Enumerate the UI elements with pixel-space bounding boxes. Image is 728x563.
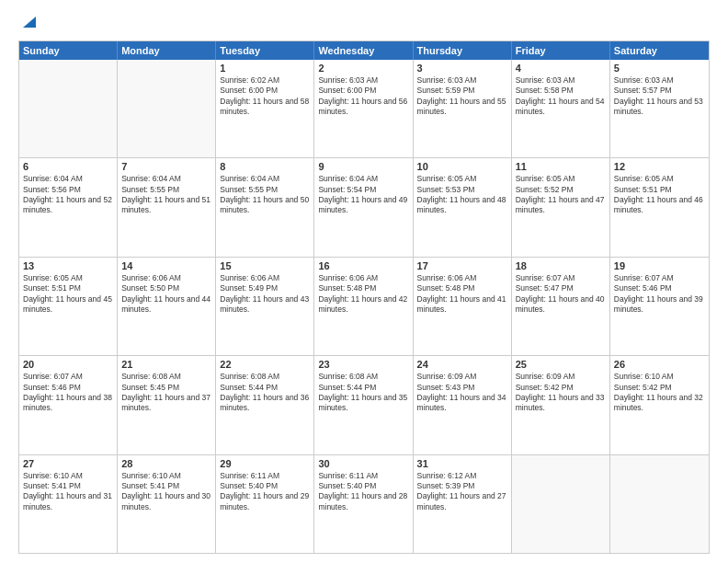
day-number: 17 (417, 260, 507, 271)
page-header (18, 15, 710, 33)
calendar-cell: 4Sunrise: 6:03 AM Sunset: 5:58 PM Daylig… (512, 60, 610, 157)
calendar-row: 13Sunrise: 6:05 AM Sunset: 5:51 PM Dayli… (19, 258, 709, 356)
day-number: 5 (614, 63, 705, 74)
calendar-cell: 21Sunrise: 6:08 AM Sunset: 5:45 PM Dayli… (118, 356, 216, 454)
calendar-body: 1Sunrise: 6:02 AM Sunset: 6:00 PM Daylig… (19, 60, 709, 553)
calendar-cell: 14Sunrise: 6:06 AM Sunset: 5:50 PM Dayli… (118, 258, 216, 355)
calendar-cell: 5Sunrise: 6:03 AM Sunset: 5:57 PM Daylig… (610, 60, 709, 157)
weekday-header: Wednesday (314, 41, 413, 60)
cell-info: Sunrise: 6:05 AM Sunset: 5:51 PM Dayligh… (23, 273, 113, 316)
day-number: 16 (318, 260, 408, 271)
day-number: 26 (614, 359, 705, 370)
day-number: 10 (417, 161, 507, 172)
logo (18, 15, 38, 33)
cell-info: Sunrise: 6:07 AM Sunset: 5:46 PM Dayligh… (23, 372, 113, 414)
calendar-cell: 23Sunrise: 6:08 AM Sunset: 5:44 PM Dayli… (314, 356, 413, 454)
calendar: SundayMondayTuesdayWednesdayThursdayFrid… (18, 40, 710, 554)
cell-info: Sunrise: 6:05 AM Sunset: 5:51 PM Dayligh… (614, 174, 705, 216)
calendar-cell: 18Sunrise: 6:07 AM Sunset: 5:47 PM Dayli… (512, 258, 610, 355)
cell-info: Sunrise: 6:04 AM Sunset: 5:56 PM Dayligh… (23, 174, 113, 216)
calendar-cell: 1Sunrise: 6:02 AM Sunset: 6:00 PM Daylig… (216, 60, 314, 157)
calendar-cell: 10Sunrise: 6:05 AM Sunset: 5:53 PM Dayli… (414, 158, 512, 256)
calendar-cell: 25Sunrise: 6:09 AM Sunset: 5:42 PM Dayli… (512, 356, 610, 454)
calendar-cell: 31Sunrise: 6:12 AM Sunset: 5:39 PM Dayli… (414, 455, 512, 553)
cell-info: Sunrise: 6:03 AM Sunset: 5:59 PM Dayligh… (417, 75, 507, 118)
cell-info: Sunrise: 6:06 AM Sunset: 5:48 PM Dayligh… (318, 273, 408, 316)
calendar-cell: 6Sunrise: 6:04 AM Sunset: 5:56 PM Daylig… (19, 158, 118, 256)
calendar-header: SundayMondayTuesdayWednesdayThursdayFrid… (19, 41, 709, 60)
day-number: 31 (417, 458, 507, 469)
cell-info: Sunrise: 6:09 AM Sunset: 5:42 PM Dayligh… (516, 372, 606, 414)
cell-info: Sunrise: 6:08 AM Sunset: 5:44 PM Dayligh… (220, 372, 310, 414)
day-number: 24 (417, 359, 507, 370)
calendar-cell: 26Sunrise: 6:10 AM Sunset: 5:42 PM Dayli… (610, 356, 709, 454)
cell-info: Sunrise: 6:08 AM Sunset: 5:45 PM Dayligh… (121, 372, 211, 414)
day-number: 3 (417, 63, 507, 74)
calendar-cell: 30Sunrise: 6:11 AM Sunset: 5:40 PM Dayli… (314, 455, 413, 553)
day-number: 13 (23, 260, 113, 271)
calendar-cell: 12Sunrise: 6:05 AM Sunset: 5:51 PM Dayli… (610, 158, 709, 256)
day-number: 8 (220, 161, 310, 172)
weekday-header: Friday (512, 41, 610, 60)
calendar-cell: 17Sunrise: 6:06 AM Sunset: 5:48 PM Dayli… (414, 258, 512, 355)
calendar-cell (512, 455, 610, 553)
calendar-row: 27Sunrise: 6:10 AM Sunset: 5:41 PM Dayli… (19, 455, 709, 553)
logo-triangle-icon (21, 13, 38, 29)
day-number: 12 (614, 161, 705, 172)
weekday-header: Sunday (19, 41, 118, 60)
day-number: 28 (121, 458, 211, 469)
cell-info: Sunrise: 6:05 AM Sunset: 5:53 PM Dayligh… (417, 174, 507, 216)
calendar-cell: 11Sunrise: 6:05 AM Sunset: 5:52 PM Dayli… (512, 158, 610, 256)
cell-info: Sunrise: 6:03 AM Sunset: 5:57 PM Dayligh… (614, 75, 705, 118)
cell-info: Sunrise: 6:04 AM Sunset: 5:54 PM Dayligh… (318, 174, 408, 216)
day-number: 14 (121, 260, 211, 271)
day-number: 25 (516, 359, 606, 370)
calendar-cell: 29Sunrise: 6:11 AM Sunset: 5:40 PM Dayli… (216, 455, 314, 553)
calendar-cell: 24Sunrise: 6:09 AM Sunset: 5:43 PM Dayli… (414, 356, 512, 454)
calendar-cell: 8Sunrise: 6:04 AM Sunset: 5:55 PM Daylig… (216, 158, 314, 256)
weekday-header: Saturday (610, 41, 709, 60)
day-number: 2 (318, 63, 408, 74)
day-number: 30 (318, 458, 408, 469)
cell-info: Sunrise: 6:04 AM Sunset: 5:55 PM Dayligh… (121, 174, 211, 216)
cell-info: Sunrise: 6:09 AM Sunset: 5:43 PM Dayligh… (417, 372, 507, 414)
calendar-cell: 27Sunrise: 6:10 AM Sunset: 5:41 PM Dayli… (19, 455, 118, 553)
day-number: 27 (23, 458, 113, 469)
day-number: 21 (121, 359, 211, 370)
cell-info: Sunrise: 6:08 AM Sunset: 5:44 PM Dayligh… (318, 372, 408, 414)
day-number: 15 (220, 260, 310, 271)
cell-info: Sunrise: 6:06 AM Sunset: 5:48 PM Dayligh… (417, 273, 507, 316)
calendar-cell (118, 60, 216, 157)
day-number: 20 (23, 359, 113, 370)
cell-info: Sunrise: 6:04 AM Sunset: 5:55 PM Dayligh… (220, 174, 310, 216)
day-number: 19 (614, 260, 705, 271)
day-number: 4 (516, 63, 606, 74)
cell-info: Sunrise: 6:10 AM Sunset: 5:41 PM Dayligh… (121, 471, 211, 513)
calendar-row: 20Sunrise: 6:07 AM Sunset: 5:46 PM Dayli… (19, 356, 709, 454)
cell-info: Sunrise: 6:10 AM Sunset: 5:42 PM Dayligh… (614, 372, 705, 414)
calendar-row: 1Sunrise: 6:02 AM Sunset: 6:00 PM Daylig… (19, 60, 709, 158)
cell-info: Sunrise: 6:05 AM Sunset: 5:52 PM Dayligh… (516, 174, 606, 216)
day-number: 9 (318, 161, 408, 172)
cell-info: Sunrise: 6:11 AM Sunset: 5:40 PM Dayligh… (318, 471, 408, 513)
calendar-cell: 28Sunrise: 6:10 AM Sunset: 5:41 PM Dayli… (118, 455, 216, 553)
cell-info: Sunrise: 6:11 AM Sunset: 5:40 PM Dayligh… (220, 471, 310, 513)
cell-info: Sunrise: 6:07 AM Sunset: 5:46 PM Dayligh… (614, 273, 705, 316)
day-number: 23 (318, 359, 408, 370)
cell-info: Sunrise: 6:07 AM Sunset: 5:47 PM Dayligh… (516, 273, 606, 316)
calendar-cell: 3Sunrise: 6:03 AM Sunset: 5:59 PM Daylig… (414, 60, 512, 157)
day-number: 29 (220, 458, 310, 469)
calendar-cell (610, 455, 709, 553)
day-number: 22 (220, 359, 310, 370)
day-number: 18 (516, 260, 606, 271)
calendar-cell: 13Sunrise: 6:05 AM Sunset: 5:51 PM Dayli… (19, 258, 118, 355)
calendar-cell: 9Sunrise: 6:04 AM Sunset: 5:54 PM Daylig… (314, 158, 413, 256)
calendar-row: 6Sunrise: 6:04 AM Sunset: 5:56 PM Daylig… (19, 158, 709, 257)
svg-marker-0 (23, 17, 36, 28)
calendar-cell: 2Sunrise: 6:03 AM Sunset: 6:00 PM Daylig… (314, 60, 413, 157)
cell-info: Sunrise: 6:12 AM Sunset: 5:39 PM Dayligh… (417, 471, 507, 513)
calendar-cell (19, 60, 118, 157)
cell-info: Sunrise: 6:02 AM Sunset: 6:00 PM Dayligh… (220, 75, 310, 118)
day-number: 7 (121, 161, 211, 172)
calendar-cell: 15Sunrise: 6:06 AM Sunset: 5:49 PM Dayli… (216, 258, 314, 355)
